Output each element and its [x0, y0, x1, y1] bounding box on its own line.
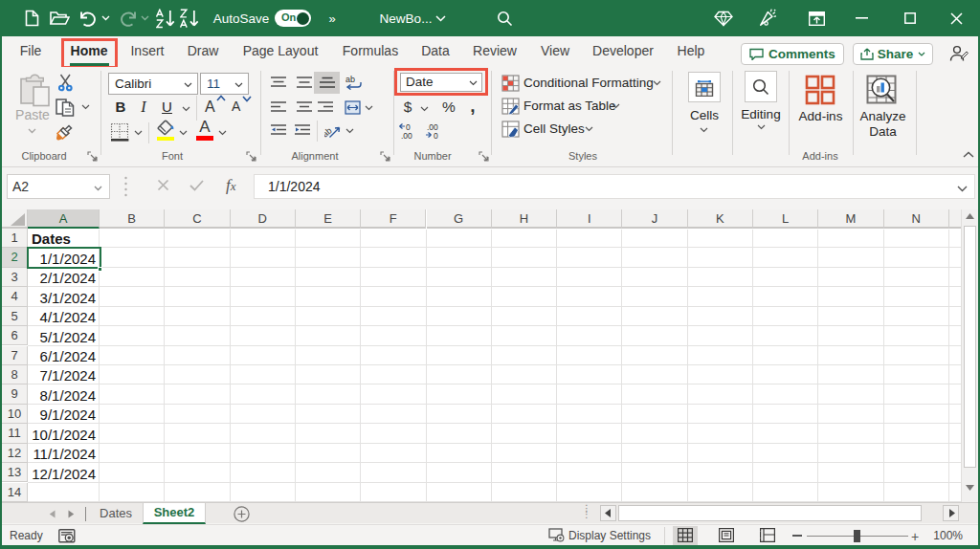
svg-text:ab: ab: [345, 75, 355, 84]
svg-text:ab: ab: [324, 125, 334, 139]
svg-text:.00: .00: [401, 131, 412, 141]
svg-text:0: 0: [434, 131, 438, 141]
